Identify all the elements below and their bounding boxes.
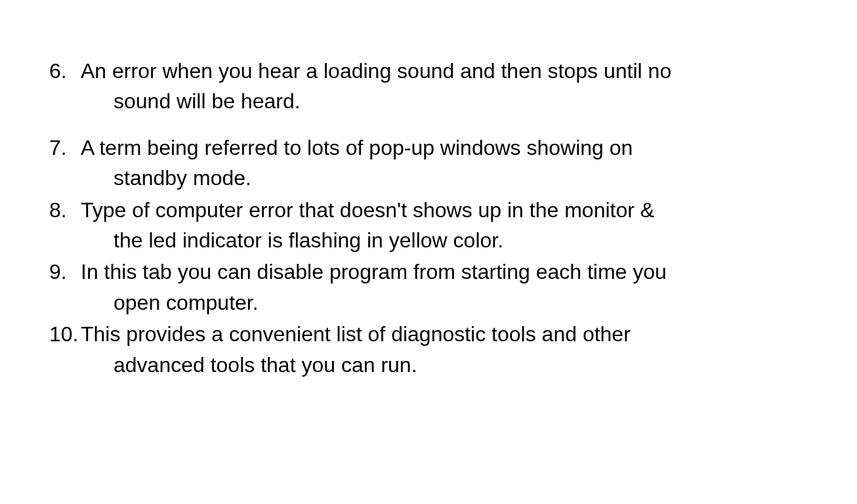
item-text: A term being referred to lots of pop-up … [81, 133, 844, 194]
item-line1: This provides a convenient list of diagn… [81, 322, 631, 346]
question-list: 6. An error when you hear a loading soun… [49, 56, 844, 380]
item-line1: In this tab you can disable program from… [81, 260, 667, 284]
item-number: 8. [49, 195, 81, 225]
item-text: In this tab you can disable program from… [81, 257, 844, 318]
item-line1: Type of computer error that doesn't show… [81, 198, 654, 222]
item-text: This provides a convenient list of diagn… [81, 319, 844, 380]
item-text: An error when you hear a loading sound a… [81, 56, 844, 117]
list-item: 6. An error when you hear a loading soun… [49, 56, 844, 117]
list-item: 8. Type of computer error that doesn't s… [49, 195, 844, 256]
item-line2: standby mode. [81, 163, 844, 193]
item-line1: An error when you hear a loading sound a… [81, 59, 671, 83]
item-number: 9. [49, 257, 81, 287]
list-item: 9. In this tab you can disable program f… [49, 257, 844, 318]
item-number: 7. [49, 133, 81, 163]
item-number: 6. [49, 56, 81, 86]
item-line1: A term being referred to lots of pop-up … [81, 136, 633, 159]
item-text: Type of computer error that doesn't show… [81, 195, 844, 256]
list-item: 10. This provides a convenient list of d… [49, 319, 844, 380]
item-number: 10. [49, 319, 81, 349]
item-line2: the led indicator is flashing in yellow … [81, 225, 844, 255]
item-line2: open computer. [81, 287, 844, 318]
item-line2: sound will be heard. [81, 86, 844, 116]
list-item: 7. A term being referred to lots of pop-… [49, 133, 844, 194]
item-line2: advanced tools that you can run. [81, 350, 844, 380]
